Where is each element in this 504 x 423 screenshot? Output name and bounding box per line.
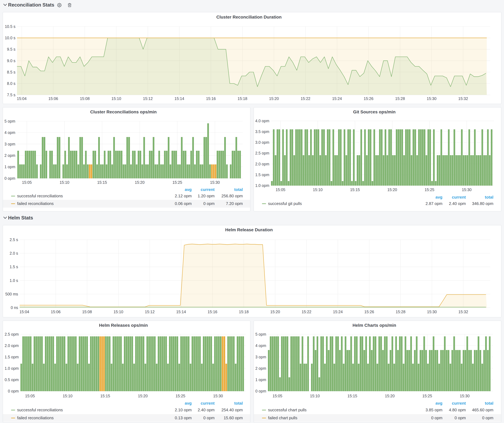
svg-text:15:08: 15:08 (82, 310, 92, 314)
svg-text:15:15: 15:15 (348, 394, 357, 398)
svg-text:15:25: 15:25 (422, 394, 432, 398)
svg-text:2.0 opm: 2.0 opm (5, 343, 19, 348)
svg-text:15:24: 15:24 (332, 96, 342, 101)
svg-text:15:16: 15:16 (208, 310, 217, 314)
svg-text:2.0 s: 2.0 s (10, 251, 18, 255)
svg-text:15:18: 15:18 (238, 96, 247, 101)
svg-text:15:04: 15:04 (17, 96, 27, 101)
svg-text:15:20: 15:20 (138, 394, 148, 398)
svg-text:15:10: 15:10 (111, 96, 121, 101)
svg-text:15:32: 15:32 (458, 96, 468, 101)
svg-text:15:05: 15:05 (276, 188, 285, 192)
svg-text:15:30: 15:30 (210, 180, 220, 185)
svg-text:0 opm: 0 opm (8, 389, 19, 393)
svg-text:15:22: 15:22 (301, 96, 311, 101)
svg-text:3 opm: 3 opm (5, 142, 15, 146)
svg-text:2.5 opm: 2.5 opm (5, 332, 19, 336)
svg-text:15:06: 15:06 (48, 96, 58, 101)
svg-text:15:25: 15:25 (175, 394, 185, 398)
svg-text:15:20: 15:20 (385, 394, 395, 398)
svg-text:15:28: 15:28 (396, 310, 406, 314)
svg-text:4.0 opm: 4.0 opm (255, 119, 269, 123)
svg-text:0 opm: 0 opm (5, 176, 15, 181)
svg-text:2.0 opm: 2.0 opm (255, 162, 269, 166)
svg-text:15:20: 15:20 (387, 188, 397, 192)
svg-text:1 opm: 1 opm (255, 377, 266, 382)
svg-text:15:20: 15:20 (270, 310, 280, 314)
svg-text:9.0 s: 9.0 s (7, 59, 15, 63)
svg-text:15:12: 15:12 (145, 310, 155, 314)
svg-text:15:25: 15:25 (425, 188, 434, 192)
svg-text:4 opm: 4 opm (255, 343, 266, 348)
svg-text:1.5 s: 1.5 s (10, 264, 18, 269)
svg-text:15:30: 15:30 (460, 394, 470, 398)
svg-text:15:04: 15:04 (19, 310, 29, 314)
svg-text:15:08: 15:08 (80, 96, 90, 101)
svg-text:2 opm: 2 opm (255, 366, 266, 370)
svg-text:9.5 s: 9.5 s (7, 47, 15, 51)
svg-text:1.0 opm: 1.0 opm (255, 183, 269, 188)
svg-text:15:15: 15:15 (100, 394, 110, 398)
svg-text:15:20: 15:20 (135, 180, 145, 185)
svg-text:2.5 opm: 2.5 opm (255, 151, 269, 155)
svg-text:15:05: 15:05 (25, 394, 35, 398)
svg-text:15:24: 15:24 (333, 310, 343, 314)
svg-text:15:32: 15:32 (458, 310, 468, 314)
svg-text:8.5 s: 8.5 s (7, 70, 15, 74)
svg-text:3.0 opm: 3.0 opm (255, 140, 269, 145)
svg-text:15:28: 15:28 (395, 96, 405, 101)
svg-text:15:20: 15:20 (269, 96, 279, 101)
svg-text:15:16: 15:16 (206, 96, 216, 101)
svg-text:3.5 opm: 3.5 opm (255, 129, 269, 134)
svg-text:15:10: 15:10 (310, 394, 320, 398)
svg-text:15:30: 15:30 (462, 188, 472, 192)
svg-text:5 opm: 5 opm (255, 332, 266, 336)
svg-text:1.5 opm: 1.5 opm (5, 355, 19, 359)
svg-text:15:10: 15:10 (114, 310, 123, 314)
svg-text:15:18: 15:18 (239, 310, 249, 314)
svg-text:3 opm: 3 opm (255, 355, 266, 359)
svg-text:15:30: 15:30 (213, 394, 223, 398)
svg-text:15:06: 15:06 (51, 310, 61, 314)
svg-text:500 ms: 500 ms (5, 292, 18, 296)
svg-text:15:30: 15:30 (427, 310, 437, 314)
svg-text:2 opm: 2 opm (5, 153, 15, 158)
svg-text:7.5 s: 7.5 s (7, 93, 15, 97)
svg-text:15:26: 15:26 (364, 310, 374, 314)
svg-text:0.5 opm: 0.5 opm (5, 377, 19, 382)
svg-text:15:14: 15:14 (176, 310, 186, 314)
svg-text:1.0 opm: 1.0 opm (5, 366, 19, 370)
svg-text:0 ns: 0 ns (11, 306, 18, 310)
svg-text:15:25: 15:25 (172, 180, 182, 185)
svg-text:0 opm: 0 opm (255, 389, 266, 393)
svg-text:15:14: 15:14 (174, 96, 184, 101)
svg-text:15:05: 15:05 (22, 180, 32, 185)
svg-text:10.0 s: 10.0 s (5, 36, 15, 40)
svg-text:15:15: 15:15 (97, 180, 107, 185)
svg-text:15:15: 15:15 (350, 188, 360, 192)
svg-text:5 opm: 5 opm (5, 119, 15, 123)
svg-text:15:12: 15:12 (143, 96, 153, 101)
svg-text:1.5 opm: 1.5 opm (255, 173, 269, 177)
svg-text:2.5 s: 2.5 s (10, 237, 18, 242)
svg-text:15:10: 15:10 (60, 180, 69, 185)
svg-text:15:10: 15:10 (313, 188, 323, 192)
svg-text:15:26: 15:26 (364, 96, 373, 101)
svg-text:1 opm: 1 opm (5, 165, 15, 169)
svg-text:4 opm: 4 opm (5, 130, 15, 135)
svg-text:15:05: 15:05 (273, 394, 282, 398)
svg-text:15:30: 15:30 (427, 96, 437, 101)
svg-text:15:10: 15:10 (63, 394, 72, 398)
svg-text:8.0 s: 8.0 s (7, 81, 15, 86)
svg-text:10.5 s: 10.5 s (5, 24, 15, 29)
svg-text:15:22: 15:22 (301, 310, 311, 314)
svg-text:1.0 s: 1.0 s (10, 278, 18, 283)
